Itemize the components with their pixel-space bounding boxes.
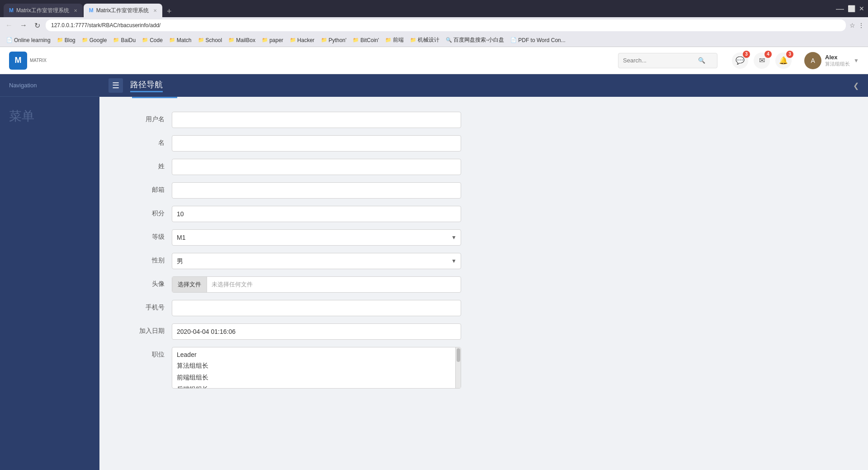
username-label: 用户名 bbox=[136, 112, 172, 123]
bookmark-mechanical[interactable]: 📁 机械设计 bbox=[407, 35, 442, 45]
reload-button[interactable]: ↻ bbox=[33, 20, 42, 31]
search-icon[interactable]: 🔍 bbox=[698, 57, 705, 64]
score-control bbox=[172, 206, 461, 222]
position-item-backend[interactable]: 后端组组长 bbox=[172, 384, 455, 388]
firstname-input[interactable] bbox=[172, 135, 461, 152]
message-badge: 3 bbox=[743, 51, 750, 58]
app-wrapper: M MATRIX 🔍 💬 3 ✉ 4 🔔 3 bbox=[0, 47, 868, 470]
gender-select[interactable]: 男 女 bbox=[172, 253, 461, 269]
bookmark-python[interactable]: 📁 Python' bbox=[318, 36, 349, 44]
main-layout: Navigation 菜单 ☰ 路径导航 ❮ bbox=[0, 74, 868, 470]
bookmark-code[interactable]: 📁 Code bbox=[139, 36, 165, 44]
bookmark-paper[interactable]: 📁 paper bbox=[259, 36, 286, 44]
bookmark-bitcoin[interactable]: 📁 BitCoin' bbox=[350, 36, 382, 44]
score-input[interactable] bbox=[172, 206, 461, 222]
sidebar-nav-label: Navigation bbox=[9, 82, 37, 89]
avatar: A bbox=[804, 52, 821, 69]
bookmark-google[interactable]: 📁 Google bbox=[79, 36, 110, 44]
bookmark-baidu-pan[interactable]: 🔍 百度网盘搜索-小白盘 bbox=[443, 35, 507, 45]
logo-icon: M bbox=[9, 52, 27, 70]
collapse-btn[interactable]: ❮ bbox=[853, 81, 859, 90]
position-list[interactable]: Leader 算法组组长 前端组组长 后端组组长 bbox=[172, 347, 455, 388]
user-info: Alex 算法组组长 bbox=[825, 54, 850, 67]
listbox-container: Leader 算法组组长 前端组组长 后端组组长 bbox=[172, 347, 461, 388]
collapse-icon: ❮ bbox=[853, 82, 859, 90]
joindate-input[interactable] bbox=[172, 323, 461, 340]
tab-close-1[interactable]: ✕ bbox=[74, 8, 77, 13]
form-row-avatar: 头像 选择文件 未选择任何文件 bbox=[136, 276, 832, 293]
address-input[interactable] bbox=[46, 19, 846, 31]
form-row-username: 用户名 bbox=[136, 112, 832, 128]
bookmark-pdf[interactable]: 📄 PDF to Word Con... bbox=[508, 36, 568, 44]
mail-icon-wrapper[interactable]: ✉ 4 bbox=[754, 52, 770, 69]
position-item-algo[interactable]: 算法组组长 bbox=[172, 360, 455, 372]
phone-input[interactable] bbox=[172, 300, 461, 316]
content-area: ☰ 路径导航 ❮ 用户名 bbox=[99, 74, 868, 470]
lastname-input[interactable] bbox=[172, 159, 461, 175]
gender-label: 性别 bbox=[136, 253, 172, 265]
score-label: 积分 bbox=[136, 206, 172, 218]
position-item-leader[interactable]: Leader bbox=[172, 349, 455, 360]
bookmark-match[interactable]: 📁 Match bbox=[166, 36, 194, 44]
bookmark-hacker[interactable]: 📁 Hacker bbox=[287, 36, 317, 44]
browser-maximize-icon[interactable]: ⬜ bbox=[848, 5, 855, 12]
mail-badge: 4 bbox=[764, 51, 772, 58]
position-control: Leader 算法组组长 前端组组长 后端组组长 bbox=[172, 347, 461, 389]
email-input[interactable] bbox=[172, 182, 461, 199]
bookmark-icon-baidu: 📁 bbox=[113, 37, 119, 43]
bookmark-online-learning[interactable]: 📄 Online learning bbox=[4, 36, 53, 44]
bookmark-school[interactable]: 📁 School bbox=[195, 36, 225, 44]
gender-control: 男 女 ▼ bbox=[172, 253, 461, 269]
tab-close-2[interactable]: ✕ bbox=[153, 8, 157, 13]
new-tab-button[interactable]: + bbox=[163, 5, 175, 17]
bookmark-mailbox[interactable]: 📁 MailBox bbox=[226, 36, 258, 44]
bookmark-frontend[interactable]: 📁 前端 bbox=[382, 35, 406, 45]
browser-minimize-icon[interactable]: — bbox=[836, 4, 844, 14]
bookmark-icon-ol: 📄 bbox=[6, 37, 13, 43]
bookmark-icon-school: 📁 bbox=[198, 37, 204, 43]
user-area[interactable]: A Alex 算法组组长 ▼ bbox=[804, 52, 859, 69]
bookmark-icon-frontend: 📁 bbox=[385, 37, 392, 43]
bookmark-icon-baidupan: 🔍 bbox=[446, 37, 452, 43]
username-input[interactable] bbox=[172, 112, 461, 128]
firstname-label: 名 bbox=[136, 135, 172, 147]
bookmark-icon-bitcoin: 📁 bbox=[353, 37, 359, 43]
form-row-lastname: 姓 bbox=[136, 159, 832, 175]
position-label: 职位 bbox=[136, 347, 172, 359]
tab-inactive[interactable]: M Matrix工作室管理系统 ✕ bbox=[4, 4, 83, 17]
browser-window-controls: — ⬜ ✕ bbox=[836, 4, 864, 14]
tab-title-2: Matrix工作室管理系统 bbox=[96, 7, 149, 14]
hamburger-button[interactable]: ☰ bbox=[108, 78, 123, 93]
extension-icon[interactable]: ⋮ bbox=[858, 22, 864, 29]
joindate-label: 加入日期 bbox=[136, 323, 172, 335]
star-icon[interactable]: ☆ bbox=[849, 22, 855, 29]
bookmark-baidu[interactable]: 📁 BaiDu bbox=[110, 36, 138, 44]
bookmark-icon-code: 📁 bbox=[142, 37, 148, 43]
firstname-control bbox=[172, 135, 461, 152]
browser-close-icon[interactable]: ✕ bbox=[859, 5, 864, 12]
search-input[interactable] bbox=[623, 57, 695, 64]
forward-button[interactable]: → bbox=[18, 20, 29, 30]
form-area: 用户名 名 姓 bbox=[99, 98, 868, 470]
file-choose-button[interactable]: 选择文件 bbox=[172, 277, 207, 292]
file-input-area: 选择文件 未选择任何文件 bbox=[172, 276, 461, 293]
user-role: 算法组组长 bbox=[825, 61, 850, 67]
form-row-level: 等级 M1 M2 M3 M4 ▼ bbox=[136, 229, 832, 246]
form-row-score: 积分 bbox=[136, 206, 832, 222]
logo-text: MATRIX bbox=[30, 58, 47, 63]
avatar-control: 选择文件 未选择任何文件 bbox=[172, 276, 461, 293]
sidebar: Navigation 菜单 bbox=[0, 74, 99, 470]
bell-icon-wrapper[interactable]: 🔔 3 bbox=[775, 52, 792, 69]
tab-favicon-2: M bbox=[89, 7, 94, 14]
bookmark-blog[interactable]: 📁 Blog bbox=[54, 36, 78, 44]
bookmark-icon-mailbox: 📁 bbox=[228, 37, 235, 43]
sidebar-menu-text: 菜单 bbox=[0, 100, 99, 132]
tab-active[interactable]: M Matrix工作室管理系统 ✕ bbox=[84, 4, 163, 17]
position-item-frontend[interactable]: 前端组组长 bbox=[172, 372, 455, 384]
browser-chrome: M Matrix工作室管理系统 ✕ M Matrix工作室管理系统 ✕ + — … bbox=[0, 0, 868, 17]
level-select[interactable]: M1 M2 M3 M4 bbox=[172, 229, 461, 246]
search-bar: 🔍 bbox=[618, 53, 717, 68]
message-icon-wrapper[interactable]: 💬 3 bbox=[732, 52, 748, 69]
back-button[interactable]: ← bbox=[4, 20, 14, 30]
lastname-label: 姓 bbox=[136, 159, 172, 171]
